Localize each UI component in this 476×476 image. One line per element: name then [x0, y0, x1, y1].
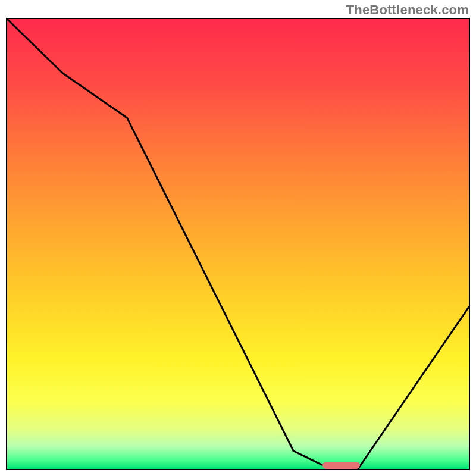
curve-svg [7, 19, 469, 469]
plot-area [6, 18, 470, 470]
chart-container: TheBottleneck.com [0, 0, 476, 476]
bottleneck-curve-path [7, 19, 469, 469]
optimal-marker [322, 462, 359, 469]
watermark-text: TheBottleneck.com [346, 2, 469, 18]
